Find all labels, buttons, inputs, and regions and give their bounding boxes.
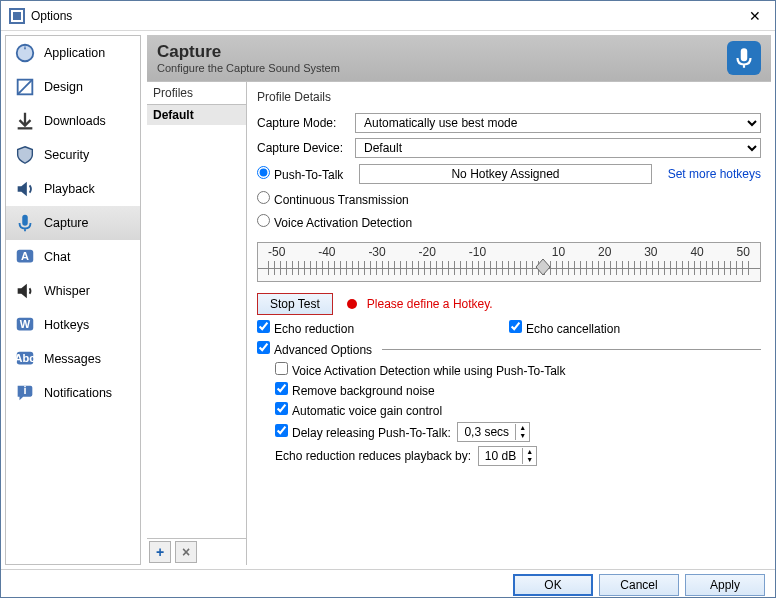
svg-rect-13 (741, 48, 748, 61)
gear-icon (14, 42, 36, 64)
details-heading: Profile Details (257, 86, 761, 108)
download-icon (14, 110, 36, 132)
apply-button[interactable]: Apply (685, 574, 765, 596)
remove-noise-checkbox[interactable]: Remove background noise (275, 382, 435, 398)
sidebar-item-capture[interactable]: Capture (6, 206, 140, 240)
chat-icon: A (14, 246, 36, 268)
advanced-options-checkbox[interactable]: Advanced Options (257, 341, 372, 357)
microphone-icon (14, 212, 36, 234)
echo-reduce-label: Echo reduction reduces playback by: (275, 449, 471, 463)
svg-rect-5 (22, 215, 28, 226)
profile-details: Profile Details Capture Mode: Automatica… (247, 82, 771, 565)
close-button[interactable]: ✕ (735, 1, 775, 31)
capture-mode-label: Capture Mode: (257, 116, 349, 130)
echo-reduction-checkbox[interactable]: Echo reduction (257, 320, 354, 336)
sidebar: Application Design Downloads Security Pl… (5, 35, 141, 565)
set-more-hotkeys-link[interactable]: Set more hotkeys (668, 167, 761, 181)
sidebar-item-messages[interactable]: AbcMessages (6, 342, 140, 376)
delay-ptt-spinner[interactable]: 0,3 secs▲▼ (457, 422, 530, 442)
slider-marker-icon[interactable] (534, 257, 552, 280)
echo-reduce-spinner[interactable]: 10 dB▲▼ (478, 446, 537, 466)
shield-icon (14, 144, 36, 166)
page-subtitle: Configure the Capture Sound System (157, 62, 727, 74)
continuous-radio[interactable]: Continuous Transmission (257, 191, 409, 207)
profiles-heading: Profiles (147, 82, 246, 104)
capture-mode-select[interactable]: Automatically use best mode (355, 113, 761, 133)
svg-text:i: i (23, 384, 26, 396)
ptt-hotkey-field[interactable]: No Hotkey Assigned (359, 164, 651, 184)
vad-ptt-checkbox[interactable]: Voice Activation Detection while using P… (275, 362, 565, 378)
profiles-column: Profiles Default + × (147, 82, 247, 565)
sidebar-item-application[interactable]: Application (6, 36, 140, 70)
sidebar-item-whisper[interactable]: Whisper (6, 274, 140, 308)
ok-button[interactable]: OK (513, 574, 593, 596)
whisper-icon (14, 280, 36, 302)
window-title: Options (31, 9, 735, 23)
svg-text:W: W (20, 318, 31, 330)
ptt-radio[interactable]: Push-To-Talk (257, 166, 343, 182)
capture-device-label: Capture Device: (257, 141, 349, 155)
panel-header: Capture Configure the Capture Sound Syst… (147, 35, 771, 81)
messages-icon: Abc (14, 348, 36, 370)
sidebar-item-chat[interactable]: AChat (6, 240, 140, 274)
stop-test-button[interactable]: Stop Test (257, 293, 333, 315)
svg-text:A: A (21, 250, 29, 262)
design-icon (14, 76, 36, 98)
sidebar-item-playback[interactable]: Playback (6, 172, 140, 206)
auto-gain-checkbox[interactable]: Automatic voice gain control (275, 402, 442, 418)
echo-cancellation-checkbox[interactable]: Echo cancellation (509, 320, 620, 336)
speaker-icon (14, 178, 36, 200)
sidebar-item-security[interactable]: Security (6, 138, 140, 172)
svg-text:Abc: Abc (15, 352, 36, 364)
app-icon (9, 8, 25, 24)
page-title: Capture (157, 42, 727, 62)
add-profile-button[interactable]: + (149, 541, 171, 563)
sidebar-item-design[interactable]: Design (6, 70, 140, 104)
dialog-footer: OK Cancel Apply (1, 569, 775, 598)
sidebar-item-downloads[interactable]: Downloads (6, 104, 140, 138)
sidebar-item-notifications[interactable]: iNotifications (6, 376, 140, 410)
warning-text: Please define a Hotkey. (367, 297, 493, 311)
hotkeys-icon: W (14, 314, 36, 336)
titlebar: Options ✕ (1, 1, 775, 31)
vad-radio[interactable]: Voice Activation Detection (257, 214, 412, 230)
capture-device-select[interactable]: Default (355, 138, 761, 158)
info-icon: i (14, 382, 36, 404)
sidebar-item-hotkeys[interactable]: WHotkeys (6, 308, 140, 342)
remove-profile-button[interactable]: × (175, 541, 197, 563)
microphone-icon (727, 41, 761, 75)
cancel-button[interactable]: Cancel (599, 574, 679, 596)
profile-list[interactable]: Default (147, 104, 246, 538)
delay-ptt-checkbox[interactable]: Delay releasing Push-To-Talk: (275, 424, 451, 440)
warning-icon (347, 299, 357, 309)
svg-rect-1 (13, 12, 21, 20)
voice-level-meter[interactable]: -50-40-30-20-101020304050 (257, 242, 761, 282)
profile-item-default[interactable]: Default (147, 105, 246, 125)
